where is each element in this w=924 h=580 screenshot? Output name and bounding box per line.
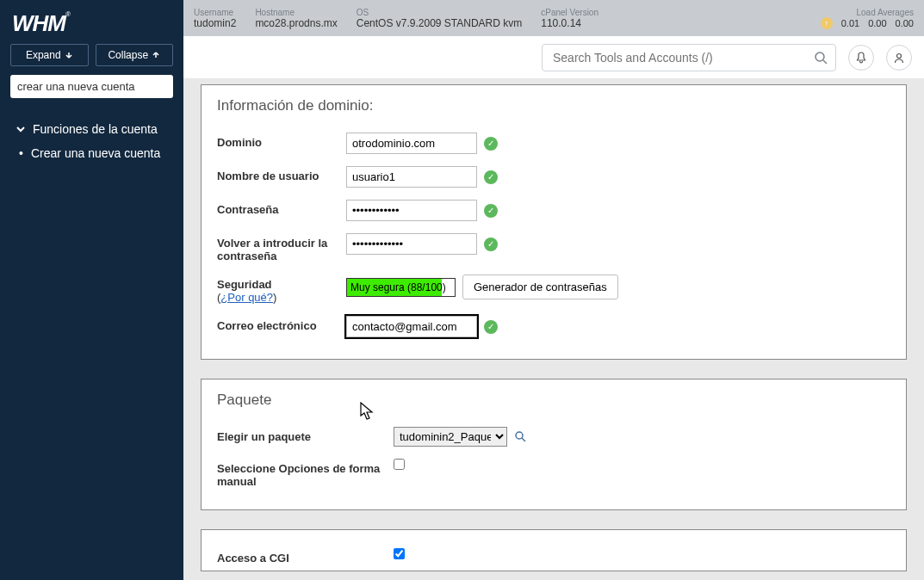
password-generator-button[interactable]: Generador de contraseñas bbox=[462, 275, 618, 299]
nav-section: Funciones de la cuenta Crear una nueva c… bbox=[0, 108, 183, 165]
expand-collapse-row: Expand Collapse bbox=[0, 44, 183, 75]
package-select[interactable]: tudominin2_Paque bbox=[394, 427, 507, 447]
bell-icon bbox=[855, 52, 867, 64]
load-3: 0.00 bbox=[896, 18, 914, 28]
main-searchbar bbox=[183, 36, 924, 79]
magnify-icon[interactable] bbox=[514, 430, 527, 443]
domain-label: Dominio bbox=[217, 133, 346, 149]
username-input[interactable] bbox=[346, 166, 477, 188]
sidebar-section-label: Funciones de la cuenta bbox=[33, 122, 158, 136]
topbar-hostname: Hostname mco28.prodns.mx bbox=[255, 8, 337, 29]
check-icon: ✓ bbox=[484, 137, 498, 151]
main-search-input[interactable] bbox=[542, 44, 836, 71]
cpanel-value: 110.0.14 bbox=[541, 17, 598, 29]
security-label: Seguridad (¿Por qué?) bbox=[217, 275, 346, 304]
cgi-label: Acceso a CGI bbox=[217, 548, 394, 565]
email-input[interactable] bbox=[346, 316, 477, 337]
check-icon: ✓ bbox=[484, 320, 498, 334]
check-icon: ✓ bbox=[484, 204, 498, 218]
topbar-cpanel: cPanel Version 110.0.14 bbox=[541, 8, 598, 29]
security-text: Seguridad bbox=[217, 278, 272, 291]
choose-package-label: Elegir un paquete bbox=[217, 427, 394, 443]
row-domain: Dominio ✓ bbox=[217, 126, 890, 160]
password-strength-fill: Muy segura (88/100) bbox=[347, 279, 442, 296]
collapse-button[interactable]: Collapse bbox=[96, 44, 174, 66]
svg-point-0 bbox=[815, 52, 824, 61]
expand-button[interactable]: Expand bbox=[10, 44, 89, 66]
expand-label: Expand bbox=[26, 49, 61, 61]
chevron-down-icon bbox=[16, 124, 26, 134]
row-email: Correo electrónico ✓ bbox=[217, 310, 890, 343]
package-title: Paquete bbox=[217, 392, 890, 409]
sidebar: WHM® Expand Collapse Funciones de la cue… bbox=[0, 0, 183, 580]
row-choose-package: Elegir un paquete tudominin2_Paque bbox=[217, 421, 890, 453]
password-strength-bar: Muy segura (88/100) bbox=[346, 278, 456, 297]
whm-logo: WHM® bbox=[0, 0, 183, 44]
username-field-label: Nombre de usuario bbox=[217, 166, 346, 182]
arrow-down-icon bbox=[65, 51, 73, 59]
sidebar-search-input[interactable] bbox=[10, 75, 173, 98]
load-label: Load Averages bbox=[821, 8, 914, 17]
user-icon bbox=[893, 52, 905, 64]
sidebar-item-label: Crear una nueva cuenta bbox=[31, 146, 160, 160]
search-icon[interactable] bbox=[814, 51, 828, 65]
package-panel: Paquete Elegir un paquete tudominin2_Paq… bbox=[201, 379, 907, 510]
topbar-username: Username tudomin2 bbox=[194, 8, 236, 29]
topbar-load: Load Averages ↑ 0.01 0.00 0.00 bbox=[821, 8, 914, 29]
email-label: Correo electrónico bbox=[217, 316, 346, 332]
row-password: Contraseña ✓ bbox=[217, 194, 890, 227]
logo-text: WHM® bbox=[12, 10, 70, 36]
domain-info-panel: Información de dominio: Dominio ✓ Nombre… bbox=[201, 84, 907, 360]
load-1: 0.01 bbox=[841, 18, 859, 28]
manual-options-checkbox[interactable] bbox=[394, 459, 405, 470]
domain-info-title: Información de dominio: bbox=[217, 97, 890, 114]
hostname-label: Hostname bbox=[255, 8, 337, 17]
sidebar-search-wrap bbox=[0, 75, 183, 108]
hostname-value: mco28.prodns.mx bbox=[255, 17, 337, 29]
clear-search-icon[interactable] bbox=[162, 100, 176, 114]
content-area: Información de dominio: Dominio ✓ Nombre… bbox=[183, 79, 924, 580]
username-value: tudomin2 bbox=[194, 17, 236, 29]
row-cgi: Acceso a CGI bbox=[217, 542, 890, 571]
cpanel-label: cPanel Version bbox=[541, 8, 598, 17]
topbar: Username tudomin2 Hostname mco28.prodns.… bbox=[183, 0, 924, 36]
os-value: CentOS v7.9.2009 STANDARD kvm bbox=[357, 17, 523, 29]
username-label: Username bbox=[194, 8, 236, 17]
password-label: Contraseña bbox=[217, 200, 346, 216]
row-username: Nombre de usuario ✓ bbox=[217, 160, 890, 194]
repassword-label: Volver a introducir la contraseña bbox=[217, 233, 346, 262]
svg-point-1 bbox=[897, 53, 902, 58]
load-up-icon: ↑ bbox=[821, 17, 833, 29]
why-link[interactable]: ¿Por qué? bbox=[220, 291, 273, 304]
notifications-button[interactable] bbox=[848, 45, 874, 71]
password-input[interactable] bbox=[346, 200, 477, 221]
topbar-os: OS CentOS v7.9.2009 STANDARD kvm bbox=[357, 8, 523, 29]
cgi-panel: Acceso a CGI bbox=[201, 529, 907, 571]
user-button[interactable] bbox=[886, 45, 912, 71]
load-2: 0.00 bbox=[868, 18, 886, 28]
search-input-wrap bbox=[542, 44, 836, 71]
cgi-checkbox[interactable] bbox=[394, 548, 405, 559]
os-label: OS bbox=[357, 8, 523, 17]
arrow-up-icon bbox=[152, 51, 160, 59]
sidebar-section-head[interactable]: Funciones de la cuenta bbox=[0, 117, 183, 141]
row-security: Seguridad (¿Por qué?) Muy segura (88/100… bbox=[217, 268, 890, 310]
svg-point-2 bbox=[516, 432, 523, 439]
check-icon: ✓ bbox=[484, 238, 498, 251]
repassword-input[interactable] bbox=[346, 233, 477, 255]
row-repassword: Volver a introducir la contraseña ✓ bbox=[217, 227, 890, 268]
sidebar-item-create-account[interactable]: Crear una nueva cuenta bbox=[0, 141, 183, 165]
check-icon: ✓ bbox=[484, 170, 498, 184]
manual-options-label: Seleccione Opciones de forma manual bbox=[217, 459, 394, 488]
row-manual-options: Seleccione Opciones de forma manual bbox=[217, 453, 890, 494]
domain-input[interactable] bbox=[346, 133, 477, 154]
collapse-label: Collapse bbox=[108, 49, 148, 61]
